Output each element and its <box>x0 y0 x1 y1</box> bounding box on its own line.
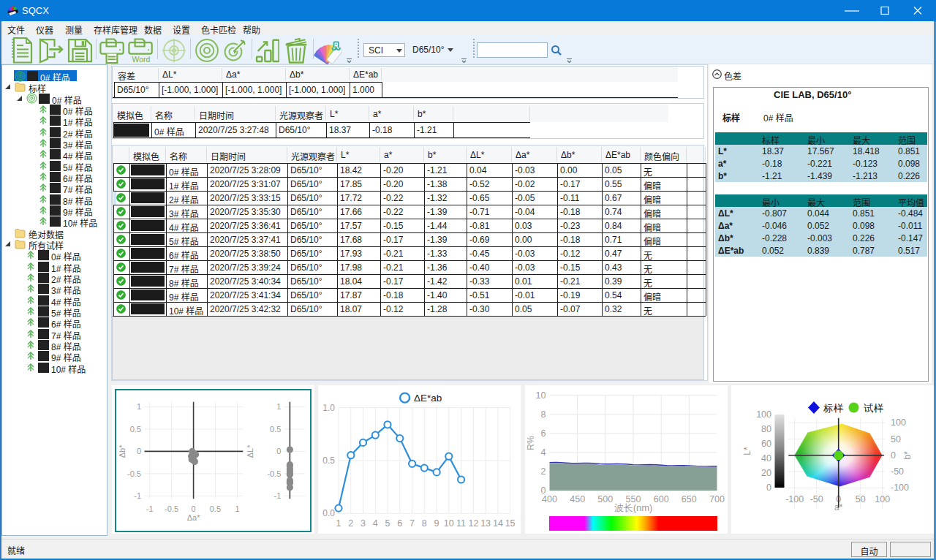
svg-text:15: 15 <box>505 518 516 529</box>
svg-text:12: 12 <box>468 518 478 529</box>
svg-text:600: 600 <box>654 494 669 504</box>
svg-text:1.0: 1.0 <box>322 403 335 413</box>
svg-text:6: 6 <box>541 428 546 439</box>
svg-text:波长(nm): 波长(nm) <box>614 502 653 513</box>
svg-text:5: 5 <box>385 518 390 529</box>
svg-text:1: 1 <box>235 504 239 513</box>
svg-text:2: 2 <box>541 466 546 477</box>
svg-text:400: 400 <box>542 494 557 504</box>
svg-text:0.5: 0.5 <box>322 455 335 466</box>
svg-text:10: 10 <box>444 518 454 529</box>
svg-text:450: 450 <box>570 494 585 504</box>
svg-text:-1: -1 <box>274 491 282 500</box>
svg-text:0.5: 0.5 <box>270 425 281 434</box>
svg-text:14: 14 <box>493 518 503 529</box>
svg-text:0.5: 0.5 <box>210 504 221 513</box>
svg-text:-0.5: -0.5 <box>127 469 141 478</box>
svg-text:8: 8 <box>541 409 546 420</box>
svg-text:8: 8 <box>422 518 427 529</box>
svg-text:ΔL*: ΔL* <box>246 444 254 458</box>
svg-text:650: 650 <box>682 494 697 504</box>
svg-text:700: 700 <box>709 494 725 504</box>
svg-text:6: 6 <box>397 518 402 529</box>
svg-text:-0.5: -0.5 <box>165 504 178 513</box>
svg-text:1: 1 <box>276 402 281 411</box>
svg-text:0: 0 <box>276 447 281 455</box>
svg-text:ΔE*ab: ΔE*ab <box>414 393 442 404</box>
svg-text:13: 13 <box>480 518 491 529</box>
svg-text:Word: Word <box>132 55 151 64</box>
svg-text:4: 4 <box>541 447 546 458</box>
svg-text:R%: R% <box>526 436 536 450</box>
svg-text:0: 0 <box>137 447 141 455</box>
svg-text:1: 1 <box>137 402 141 411</box>
svg-text:0.0: 0.0 <box>322 508 335 518</box>
svg-text:11: 11 <box>456 518 466 529</box>
svg-text:500: 500 <box>597 494 613 504</box>
svg-text:Δa*: Δa* <box>187 513 200 522</box>
svg-text:Δb*: Δb* <box>118 444 127 458</box>
svg-text:-1: -1 <box>146 504 154 513</box>
svg-text:7: 7 <box>410 518 415 529</box>
svg-text:3: 3 <box>361 518 366 529</box>
svg-text:-0.5: -0.5 <box>267 469 281 478</box>
svg-text:0.5: 0.5 <box>130 425 141 434</box>
svg-text:1: 1 <box>336 518 341 529</box>
svg-text:0: 0 <box>192 504 196 513</box>
svg-text:9: 9 <box>434 518 439 529</box>
svg-text:10: 10 <box>536 390 546 401</box>
svg-text:4: 4 <box>373 518 378 529</box>
svg-text:-1: -1 <box>134 491 141 500</box>
svg-text:2: 2 <box>348 518 353 529</box>
